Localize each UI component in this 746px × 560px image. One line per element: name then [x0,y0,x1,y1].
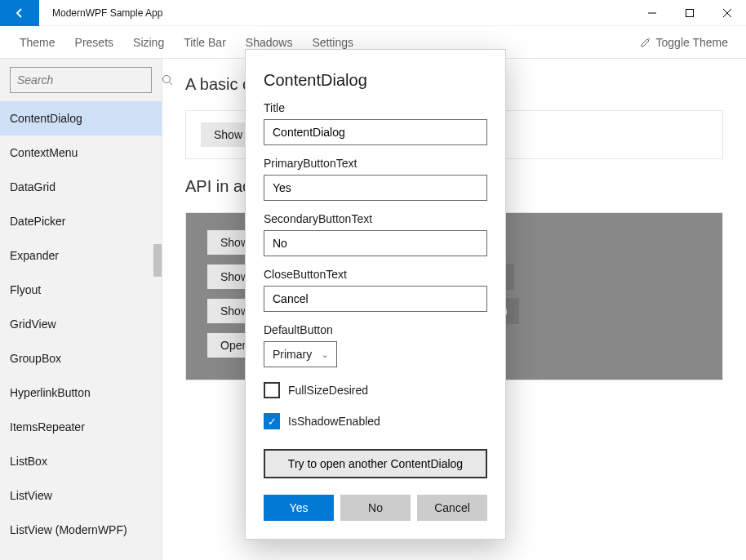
label-fullsizedesired: FullSizeDesired [288,384,368,397]
close-window-button[interactable] [708,0,746,26]
menu-titlebar[interactable]: Title Bar [174,31,236,54]
dialog-title: ContentDialog [264,71,487,90]
minimize-icon [648,9,656,17]
combo-defaultbutton[interactable]: Primary ⌄ [264,341,337,367]
app-title: ModernWPF Sample App [52,7,162,19]
dialog-yes-button[interactable]: Yes [264,495,334,521]
nav-item-flyout[interactable]: Flyout [0,273,162,307]
content-dialog: ContentDialog Title PrimaryButtonText Se… [245,49,506,540]
menu-theme[interactable]: Theme [10,31,65,54]
nav-item-contextmenu[interactable]: ContextMenu [0,136,162,170]
sidebar-scrollbar[interactable] [153,244,162,277]
nav-item-datepicker[interactable]: DatePicker [0,204,162,238]
nav-item-datagrid[interactable]: DataGrid [0,170,162,204]
try-open-another-button[interactable]: Try to open another ContentDialog [264,449,487,478]
label-secondarybuttontext: SecondaryButtonText [264,212,487,225]
input-secondarybuttontext[interactable] [264,230,487,256]
nav-list: ︿ ContentDialog ContextMenu DataGrid Dat… [0,101,162,560]
checkbox-row-fullsizedesired[interactable]: FullSizeDesired [264,382,487,398]
menu-sizing[interactable]: Sizing [123,31,174,54]
dialog-cancel-button[interactable]: Cancel [417,495,487,521]
minimize-button[interactable] [633,0,671,26]
menu-presets[interactable]: Presets [65,31,123,54]
label-primarybuttontext: PrimaryButtonText [264,157,487,170]
checkbox-row-isshadowenabled[interactable]: ✓ IsShadowEnabled [264,413,487,429]
toggle-theme-button[interactable]: Toggle Theme [632,31,736,54]
arrow-left-icon [13,7,26,20]
chevron-down-icon: ⌄ [322,350,328,359]
nav-item-gridview[interactable]: GridView [0,307,162,341]
label-closebuttontext: CloseButtonText [264,268,487,281]
input-title[interactable] [264,119,487,145]
nav-item-contentdialog[interactable]: ContentDialog [0,101,162,136]
dialog-button-row: Yes No Cancel [264,495,487,521]
checkbox-fullsizedesired[interactable] [264,382,280,398]
back-button[interactable] [0,0,39,26]
input-closebuttontext[interactable] [264,286,487,312]
nav-item-hyperlinkbutton[interactable]: HyperlinkButton [0,376,162,410]
nav-item-listview-modernwpf[interactable]: ListView (ModernWPF) [0,513,162,547]
nav-item-expander[interactable]: Expander [0,238,162,273]
close-icon [723,9,731,17]
maximize-button[interactable] [671,0,708,26]
nav-item-itemsrepeater[interactable]: ItemsRepeater [0,410,162,444]
checkbox-isshadowenabled[interactable]: ✓ [264,413,280,429]
search-box[interactable] [10,67,152,93]
combo-defaultbutton-value: Primary [273,348,312,361]
titlebar: ModernWPF Sample App [0,0,746,26]
label-isshadowenabled: IsShadowEnabled [288,415,380,428]
nav-item-groupbox[interactable]: GroupBox [0,341,162,376]
window-controls [633,0,746,26]
nav-item-listbox[interactable]: ListBox [0,444,162,478]
label-defaultbutton: DefaultButton [264,323,487,336]
label-title: Title [264,101,487,114]
dialog-no-button[interactable]: No [340,495,411,521]
input-primarybuttontext[interactable] [264,175,487,201]
maximize-icon [686,9,694,17]
svg-rect-1 [686,9,694,16]
pencil-icon [640,37,651,48]
sidebar: ︿ ContentDialog ContextMenu DataGrid Dat… [0,59,162,560]
nav-item-menu[interactable]: Menu [0,547,162,560]
toggle-theme-label: Toggle Theme [656,36,728,49]
search-input[interactable] [17,73,162,87]
nav-item-listview[interactable]: ListView [0,478,162,513]
